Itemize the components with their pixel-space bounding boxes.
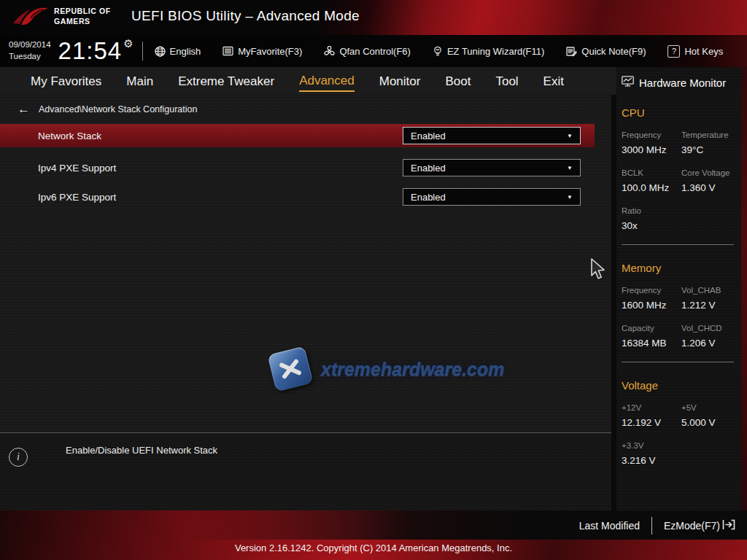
tab-advanced[interactable]: Advanced [299,71,355,92]
mouse-cursor-icon [589,258,607,284]
network-stack-dropdown[interactable]: Enabled ▼ [403,127,581,144]
hm-entry: BCLK 100.0 MHz [622,168,681,193]
note-icon [566,46,577,57]
entry-value: 1.206 V [681,338,741,349]
tab-extreme-tweaker[interactable]: Extreme Tweaker [178,71,274,91]
hm-entry: +5V 5.000 V [681,403,741,428]
qfan-label: Qfan Control(F6) [339,46,411,57]
header-bar: REPUBLIC OF GAMERS UEFI BIOS Utility – A… [0,0,747,35]
time-display[interactable]: 21:54 [58,37,123,65]
voltage-grid: +12V 12.192 V +5V 5.000 V +3.3V 3.216 V [622,403,741,466]
version-text: Version 2.16.1242. Copyright (C) 2014 Am… [0,542,747,553]
day-value: Tuesday [9,51,51,63]
hm-entry: +3.3V 3.216 V [622,441,681,466]
tab-boot[interactable]: Boot [445,71,471,91]
section-heading-cpu: CPU [622,106,741,119]
hm-entry: Frequency 1600 MHz [622,286,681,311]
hardware-monitor-header: Hardware Monitor [622,76,741,90]
globe-icon [155,46,166,57]
section-heading-memory: Memory [622,262,741,274]
entry-value: 16384 MB [622,338,681,349]
right-edge-accent [741,67,747,510]
tab-monitor[interactable]: Monitor [379,71,421,91]
watermark-text: xtremehardware.com [321,359,505,380]
hot-keys-button[interactable]: ? Hot Keys [667,45,723,58]
entry-value: 100.0 MHz [622,182,681,193]
last-modified-button[interactable]: Last Modified [579,520,640,532]
entry-value: 39°C [681,144,741,155]
section-heading-voltage: Voltage [622,379,741,392]
entry-label: Frequency [622,131,681,139]
monitor-icon [622,76,634,90]
chevron-down-icon: ▼ [567,133,573,139]
quick-note-button[interactable]: Quick Note(F9) [566,46,646,57]
toolbar: 09/09/2014 Tuesday 21:54 ⚙ English [0,35,747,67]
entry-label: Capacity [622,324,681,332]
ezmode-button[interactable]: EzMode(F7) [664,519,735,532]
rog-logo-icon [12,4,50,31]
setting-row-ipv6-pxe[interactable]: Ipv6 PXE Support Enabled ▼ [0,185,611,209]
dropdown-value: Enabled [411,192,446,203]
entry-value: 1.360 V [681,182,741,193]
footer-zone: Last Modified EzMode(F7) Version 2.16.12… [0,510,747,560]
chevron-down-icon: ▼ [567,194,573,201]
dropdown-value: Enabled [411,131,446,141]
entry-label: Frequency [622,286,681,295]
qfan-button[interactable]: Qfan Control(F6) [324,46,411,57]
date-display[interactable]: 09/09/2014 Tuesday [9,39,51,62]
memory-grid: Frequency 1600 MHz Vol_CHAB 1.212 V Capa… [622,286,741,349]
entry-label: Core Voltage [681,168,741,177]
myfavorite-button[interactable]: MyFavorite(F3) [222,46,302,57]
brand-text: REPUBLIC OF GAMERS [54,7,111,26]
entry-value: 30x [622,220,681,231]
watermark-badge-icon [267,346,313,392]
back-arrow-icon[interactable]: ← [18,103,30,115]
entry-value: 1.212 V [681,300,741,311]
entry-label: +12V [622,403,681,412]
statusbar: Last Modified EzMode(F7) [579,517,735,534]
favorites-icon [222,46,233,56]
tab-main[interactable]: Main [126,71,153,91]
entry-label: Vol_CHAB [681,286,741,295]
tab-exit[interactable]: Exit [543,71,564,91]
breadcrumb: ← Advanced\Network Stack Configuration [18,103,611,115]
help-text: Enable/Disable UEFI Network Stack [66,445,217,456]
dropdown-value: Enabled [411,163,446,174]
ez-tuning-button[interactable]: EZ Tuning Wizard(F11) [433,46,544,57]
entry-label: Ratio [622,206,681,215]
cpu-grid: Frequency 3000 MHz Temperature 39°C BCLK… [622,131,741,231]
hm-entry: Vol_CHAB 1.212 V [681,286,741,311]
info-icon: i [9,448,28,467]
brand-line2: GAMERS [54,17,111,27]
brand-line1: REPUBLIC OF [54,7,111,17]
statusbar-divider [651,517,652,534]
entry-value: 1600 MHz [622,300,681,311]
hardware-monitor-panel: Hardware Monitor CPU Frequency 3000 MHz … [616,67,741,510]
entry-value: 5.000 V [681,417,741,428]
setting-row-network-stack[interactable]: Network Stack Enabled ▼ [0,124,595,147]
ez-tuning-label: EZ Tuning Wizard(F11) [447,46,544,57]
main-menu-bar: My Favorites Main Extreme Tweaker Advanc… [0,67,616,95]
toolbar-items: English MyFavorite(F3) [155,45,724,58]
tab-my-favorites[interactable]: My Favorites [31,71,101,91]
hm-entry: Frequency 3000 MHz [622,131,681,155]
language-button[interactable]: English [155,46,201,57]
gear-icon[interactable]: ⚙ [123,37,133,50]
breadcrumb-path: Advanced\Network Stack Configuration [39,104,197,114]
section-divider [622,244,734,245]
quick-note-label: Quick Note(F9) [581,46,646,57]
entry-label: +5V [681,403,741,412]
page-title: UEFI BIOS Utility – Advanced Mode [131,8,360,24]
exit-arrow-icon [722,519,735,532]
tab-tool[interactable]: Tool [495,71,518,91]
myfavorite-label: MyFavorite(F3) [238,46,302,57]
entry-value: 3000 MHz [622,144,681,155]
lightbulb-icon [433,46,443,57]
ipv6-pxe-dropdown[interactable]: Enabled ▼ [403,188,581,206]
setting-row-ipv4-pxe[interactable]: Ipv4 PXE Support Enabled ▼ [0,156,611,179]
question-icon: ? [667,45,680,58]
watermark: xtremehardware.com [271,350,505,388]
ipv4-pxe-dropdown[interactable]: Enabled ▼ [403,159,581,176]
hm-entry: Core Voltage 1.360 V [681,168,741,193]
hm-entry: +12V 12.192 V [622,403,681,428]
